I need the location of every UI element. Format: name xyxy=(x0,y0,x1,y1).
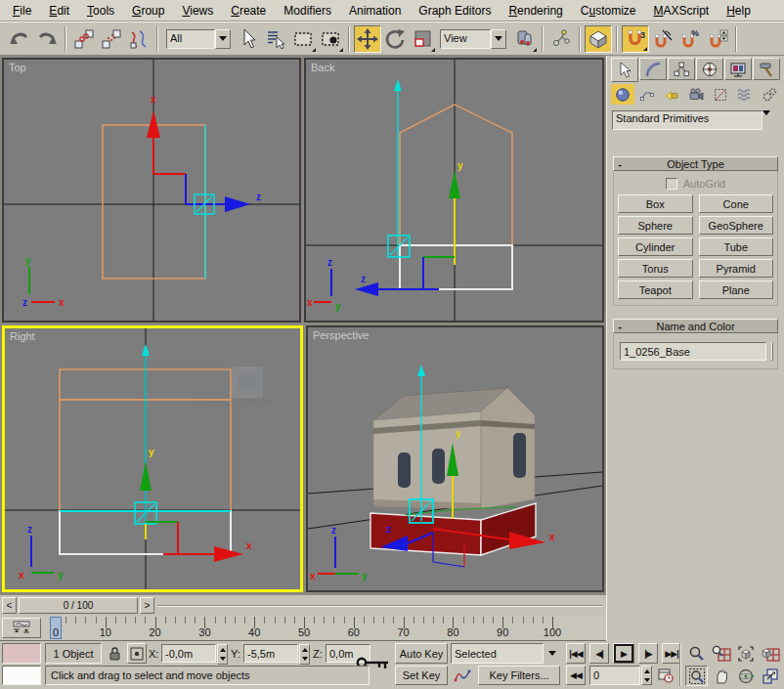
next-frame-button[interactable]: |▶ xyxy=(638,643,658,664)
frame-back-button[interactable]: < xyxy=(2,597,17,614)
set-key-button[interactable]: Set Key xyxy=(395,666,448,685)
bind-to-space-warp-icon[interactable] xyxy=(125,25,152,53)
select-and-link-icon[interactable] xyxy=(70,25,98,53)
maxscript-mini-listener-white[interactable] xyxy=(2,666,41,685)
collapse-icon[interactable]: - xyxy=(614,321,626,332)
category-lights-icon[interactable] xyxy=(660,84,683,105)
select-and-move-icon[interactable] xyxy=(354,25,381,53)
box-button[interactable]: Box xyxy=(618,194,693,213)
pyramid-button[interactable]: Pyramid xyxy=(699,259,774,278)
spinner-snap-toggle-icon[interactable] xyxy=(704,25,731,53)
autogrid-checkbox[interactable] xyxy=(666,178,677,190)
tab-create[interactable] xyxy=(611,58,638,82)
torus-button[interactable]: Torus xyxy=(618,259,693,278)
undo-icon[interactable] xyxy=(6,25,33,53)
menu-modifiers[interactable]: Modifiers xyxy=(275,1,340,21)
menu-file[interactable]: File xyxy=(4,1,40,21)
pan-button[interactable] xyxy=(709,665,733,687)
play-button[interactable]: ▶ xyxy=(613,643,634,664)
window-crossing-toggle-icon[interactable] xyxy=(317,25,344,53)
dropdown-arrow-icon[interactable] xyxy=(544,643,560,664)
go-to-start-button[interactable]: |◀◀ xyxy=(566,643,586,664)
go-to-end-button[interactable]: ▶▶| xyxy=(662,643,681,664)
menu-edit[interactable]: Edit xyxy=(40,1,78,21)
teapot-button[interactable]: Teapot xyxy=(618,280,693,299)
menu-graph-editors[interactable]: Graph Editors xyxy=(410,1,500,21)
category-geometry-icon[interactable] xyxy=(611,84,634,105)
menu-group[interactable]: Group xyxy=(123,1,173,21)
time-slider-thumb[interactable]: 0 / 100 xyxy=(19,597,138,614)
menu-tools[interactable]: Tools xyxy=(78,1,123,21)
dropdown-arrow-icon[interactable] xyxy=(762,110,779,130)
y-spinner[interactable] xyxy=(299,644,310,665)
auto-key-button[interactable]: Auto Key xyxy=(395,643,448,664)
plane-button[interactable]: Plane xyxy=(699,280,774,299)
menu-help[interactable]: Help xyxy=(718,1,760,21)
select-and-rotate-icon[interactable] xyxy=(381,25,409,53)
menu-animation[interactable]: Animation xyxy=(340,1,410,21)
sphere-button[interactable]: Sphere xyxy=(618,216,693,235)
zoom-extents-all-button[interactable] xyxy=(758,642,782,665)
menu-rendering[interactable]: Rendering xyxy=(500,1,571,21)
select-by-name-icon[interactable] xyxy=(262,25,289,53)
percent-snap-toggle-icon[interactable]: % xyxy=(676,25,704,53)
tube-button[interactable]: Tube xyxy=(699,237,774,256)
min-max-toggle-button[interactable] xyxy=(758,665,782,687)
viewport-right[interactable]: Right xyxy=(2,325,303,592)
key-mode-dropdown[interactable]: Selected xyxy=(451,643,560,664)
current-frame-input[interactable] xyxy=(589,666,640,685)
snaps-toggle-icon[interactable]: 3 xyxy=(622,25,649,53)
selection-filter-dropdown[interactable]: All xyxy=(166,29,231,49)
rectangular-selection-region-icon[interactable] xyxy=(289,25,317,53)
keyboard-override-toggle-icon[interactable] xyxy=(585,25,612,53)
tab-motion[interactable] xyxy=(696,58,723,80)
category-spacewarps-icon[interactable] xyxy=(733,84,757,105)
name-color-rollout-header[interactable]: - Name and Color xyxy=(613,319,778,333)
key-filters-button[interactable]: Key Filters... xyxy=(478,666,560,685)
primitive-category-dropdown[interactable]: Standard Primitives xyxy=(612,110,779,130)
mini-curve-editor-button[interactable] xyxy=(2,618,41,638)
menu-customize[interactable]: Customize xyxy=(572,1,645,21)
absolute-offset-toggle[interactable] xyxy=(127,643,147,664)
time-slider-track[interactable] xyxy=(158,605,602,607)
category-systems-icon[interactable] xyxy=(758,84,781,105)
zoom-button[interactable] xyxy=(684,642,709,665)
time-configuration-button[interactable] xyxy=(655,666,676,685)
use-pivot-center-icon[interactable] xyxy=(510,25,538,53)
dropdown-arrow-icon[interactable] xyxy=(491,29,506,49)
tab-display[interactable] xyxy=(724,58,752,80)
tab-modify[interactable] xyxy=(639,58,667,80)
default-in-out-tangents-button[interactable] xyxy=(451,666,474,685)
dropdown-arrow-icon[interactable] xyxy=(215,29,231,49)
unlink-selection-icon[interactable] xyxy=(98,25,125,53)
viewport-back[interactable]: Back y z xyxy=(304,58,604,323)
maxscript-mini-listener-pink[interactable] xyxy=(2,643,41,664)
object-color-swatch[interactable] xyxy=(771,342,773,361)
select-and-scale-icon[interactable] xyxy=(409,25,436,53)
frame-spinner[interactable] xyxy=(641,666,652,685)
selection-lock-toggle[interactable] xyxy=(106,643,123,664)
zoom-extents-button[interactable] xyxy=(733,642,758,665)
menu-views[interactable]: Views xyxy=(173,1,222,21)
viewport-top[interactable]: Top x z xyxy=(2,58,301,323)
redo-icon[interactable] xyxy=(33,25,61,53)
object-name-input[interactable] xyxy=(620,342,766,361)
geosphere-button[interactable]: GeoSphere xyxy=(699,216,774,235)
key-mode-toggle-button[interactable]: ◀◀ xyxy=(566,666,586,685)
angle-snap-toggle-icon[interactable] xyxy=(649,25,676,53)
tab-utilities[interactable] xyxy=(753,58,780,80)
trackbar-ruler[interactable]: 0102030405060708090100 xyxy=(45,616,604,641)
reference-coordsys-dropdown[interactable]: View xyxy=(440,29,506,49)
x-coord-input[interactable] xyxy=(161,644,216,663)
category-cameras-icon[interactable] xyxy=(684,84,708,105)
arc-rotate-button[interactable] xyxy=(733,665,758,687)
menu-create[interactable]: Create xyxy=(222,1,275,21)
category-shapes-icon[interactable] xyxy=(635,84,659,105)
category-helpers-icon[interactable] xyxy=(709,84,732,105)
select-and-manipulate-icon[interactable] xyxy=(547,25,575,53)
zoom-all-button[interactable] xyxy=(709,642,733,665)
frame-forward-button[interactable]: > xyxy=(140,597,154,614)
object-type-rollout-header[interactable]: - Object Type xyxy=(613,156,778,171)
cylinder-button[interactable]: Cylinder xyxy=(618,237,693,256)
previous-frame-button[interactable]: ◀| xyxy=(589,643,609,664)
